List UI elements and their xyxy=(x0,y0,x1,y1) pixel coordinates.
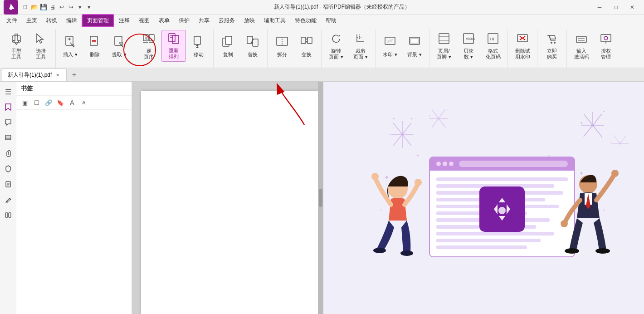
tab-close-button[interactable]: ✕ xyxy=(54,72,61,78)
svg-rect-35 xyxy=(301,37,306,44)
minimize-button[interactable]: ─ xyxy=(591,0,608,15)
reverse-button[interactable]: 逆 逆页序 xyxy=(137,30,161,62)
new-icon[interactable]: 🗋 xyxy=(22,4,29,11)
hand-tool-button[interactable]: 手型工具 xyxy=(5,30,28,62)
svg-rect-124 xyxy=(436,177,568,181)
vertical-scroll[interactable] xyxy=(318,82,323,314)
background-icon xyxy=(406,34,423,50)
ribbon-group-items-split: 拆分 交换 xyxy=(270,30,318,67)
move-button[interactable]: 移动 xyxy=(187,30,210,62)
copy-button[interactable]: 复制 xyxy=(216,30,240,62)
sidebar-icon-attachment[interactable] xyxy=(2,147,15,160)
redo-icon[interactable]: ↪ xyxy=(67,4,74,11)
sidebar-icon-security[interactable] xyxy=(2,162,15,175)
svg-marker-27 xyxy=(196,47,199,48)
panel-toolbar: ▣ ☐ 🔗 🔖 A A xyxy=(16,96,132,110)
svg-point-0 xyxy=(10,8,12,10)
swap-button[interactable]: 交换 xyxy=(295,30,318,62)
format-page-label: 格式化页码 xyxy=(486,48,501,60)
svg-text:✦: ✦ xyxy=(579,170,584,177)
format-page-button[interactable]: i ii 格式化页码 xyxy=(481,30,505,62)
svg-point-139 xyxy=(415,179,422,186)
panel-tool-grid[interactable]: ▣ xyxy=(20,98,30,108)
watermark-label: 水印 ▾ xyxy=(383,52,397,58)
insert-button[interactable]: 插入 ▾ xyxy=(59,30,82,62)
open-icon[interactable]: 📂 xyxy=(31,4,38,11)
menu-item-4[interactable]: 页面管理 xyxy=(82,14,114,27)
maximize-button[interactable]: □ xyxy=(608,0,624,15)
more-icon[interactable]: ▾ xyxy=(85,4,93,11)
menu-item-11[interactable]: 放映 xyxy=(239,15,259,26)
remove-trial-button[interactable]: 删除试用水印 xyxy=(511,30,534,62)
save-icon[interactable]: 💾 xyxy=(40,4,47,11)
menu-item-14[interactable]: 帮助 xyxy=(321,15,341,26)
panel-tool-font-large[interactable]: A xyxy=(67,98,77,108)
delete-button[interactable]: 删除 xyxy=(83,30,107,62)
celebration-area: ✦ ✦ ✦ ✦ ✦ xyxy=(323,82,644,314)
svg-line-113 xyxy=(620,135,626,143)
menu-item-1[interactable]: 主页 xyxy=(22,15,42,26)
print-icon[interactable]: 🖨 xyxy=(49,4,56,11)
watermark-button[interactable]: 水印 水印 ▾ xyxy=(378,30,402,62)
sidebar-icon-sign[interactable] xyxy=(2,193,15,206)
svg-line-97 xyxy=(439,118,445,128)
menu-item-5[interactable]: 注释 xyxy=(114,15,134,26)
crop-icon xyxy=(352,32,369,46)
sidebar-icon-menu[interactable]: ☰ xyxy=(2,85,15,98)
ribbon-group-items-header: 页眉/页脚 ▾ #0001 贝茨数 ▾ i ii 格 xyxy=(432,30,505,67)
menu-item-9[interactable]: 共享 xyxy=(194,15,214,26)
menu-item-13[interactable]: 特色功能 xyxy=(290,15,321,26)
extract-button[interactable]: 提取 ▾ xyxy=(107,30,131,62)
replace-button[interactable]: 替换 xyxy=(241,30,264,62)
svg-text:✦: ✦ xyxy=(602,207,605,212)
activation-button[interactable]: 输入激活码 xyxy=(570,30,593,62)
ribbon-group-license: 输入激活码 授权管理 xyxy=(567,29,620,68)
menu-item-2[interactable]: 转换 xyxy=(42,15,62,26)
reorder-button[interactable]: 重新排列 xyxy=(161,30,186,62)
select-tool-button[interactable]: 选择工具 xyxy=(29,30,53,62)
menu-item-0[interactable]: 文件 xyxy=(2,15,22,26)
panel-tool-bookmark[interactable]: 🔖 xyxy=(55,98,65,108)
sidebar-icon-layer[interactable] xyxy=(2,132,15,144)
svg-point-146 xyxy=(595,248,610,254)
document-tab[interactable]: 新人引导(1)(1).pdf ✕ xyxy=(2,69,67,81)
panel-tool-link[interactable]: 🔗 xyxy=(44,98,54,108)
menu-item-12[interactable]: 辅助工具 xyxy=(259,15,290,26)
menu-item-8[interactable]: 保护 xyxy=(174,15,194,26)
sidebar-icon-bookmark[interactable] xyxy=(2,101,15,113)
panel-tool-font-small[interactable]: A xyxy=(79,98,89,108)
close-button[interactable]: ✕ xyxy=(624,0,640,15)
scroll-thumb xyxy=(319,189,322,207)
undo-icon[interactable]: ↩ xyxy=(58,4,65,11)
header-footer-button[interactable]: 页眉/页脚 ▾ xyxy=(432,30,456,62)
svg-text:✦: ✦ xyxy=(416,153,420,158)
ribbon-group-items-pages: 插入 ▾ 删除 xyxy=(59,30,131,67)
svg-rect-65 xyxy=(601,34,611,42)
sidebar-icons: ☰ xyxy=(0,82,16,314)
sidebar-icon-compare[interactable] xyxy=(2,209,15,221)
sidebar-icon-comment[interactable] xyxy=(2,116,15,129)
menu-item-3[interactable]: 编辑 xyxy=(62,15,82,26)
svg-text:水印: 水印 xyxy=(386,39,393,44)
crop-button[interactable]: 裁剪页面 ▾ xyxy=(349,30,372,62)
license-button[interactable]: 授权管理 xyxy=(594,30,618,62)
buy-button[interactable]: 立即购买 xyxy=(540,30,564,62)
svg-text:✦: ✦ xyxy=(610,141,612,144)
new-tab-button[interactable]: + xyxy=(68,69,79,80)
bates-button[interactable]: #0001 贝茨数 ▾ xyxy=(457,30,480,62)
menu-item-10[interactable]: 云服务 xyxy=(214,15,239,26)
swap-label: 交换 xyxy=(302,52,312,58)
customize-icon[interactable]: ▾ xyxy=(76,4,83,11)
tabs-bar: 新人引导(1)(1).pdf ✕ + xyxy=(0,68,644,82)
menu-item-6[interactable]: 视图 xyxy=(134,15,154,26)
background-button[interactable]: 背景 ▾ xyxy=(403,30,426,62)
license-icon xyxy=(598,32,614,46)
split-button[interactable]: 拆分 xyxy=(270,30,294,62)
ribbon-group-header: 页眉/页脚 ▾ #0001 贝茨数 ▾ i ii 格 xyxy=(429,29,508,68)
menu-item-7[interactable]: 表单 xyxy=(154,15,174,26)
panel-tool-list[interactable]: ☐ xyxy=(32,98,42,108)
ribbon-group-trial: 删除试用水印 xyxy=(508,29,537,68)
buy-label: 立即购买 xyxy=(547,48,557,60)
rotate-button[interactable]: 旋转页面 ▾ xyxy=(324,30,348,62)
sidebar-icon-pages[interactable] xyxy=(2,178,15,191)
